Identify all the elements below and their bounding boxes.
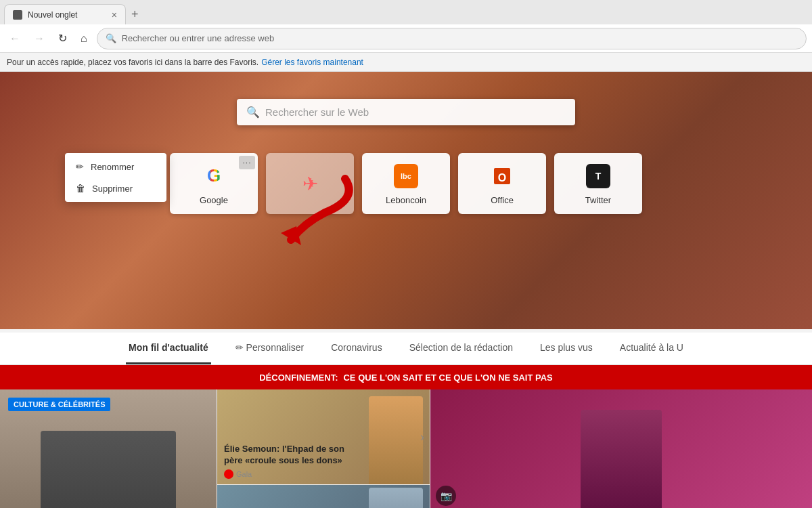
quick-links-row: G Google ··· ✏ Renommer 🗑 Supprimer [170,153,642,214]
delete-label: Supprimer [92,184,133,194]
pencil-icon: ✏ [76,161,84,172]
search-container: 🔍 Rechercher sur le Web [237,99,575,125]
svg-rect-1 [15,12,18,15]
leboncoin-logo: lbc [394,164,418,188]
quick-link-google[interactable]: G Google ··· [170,153,258,214]
content-area: CULTURE & CÉLÉBRITÉS Alexandre Astier re… [0,389,812,508]
delete-menu-item[interactable]: 🗑 Supprimer [65,177,166,199]
breaking-news-banner: DÉCONFINEMENT: CE QUE L'ON SAIT ET CE QU… [0,365,812,389]
tab-news[interactable]: Actualité à la U [617,333,686,364]
quick-link-more-button[interactable]: ··· [239,156,255,169]
favorites-bar: Pour un accès rapide, placez vos favoris… [0,53,812,72]
breaking-label: DÉCONFINEMENT: [259,373,338,383]
article-card-4[interactable]: 📷 LES PLUS VUS Netflix: une large sélect… [430,389,812,508]
manage-favorites-link[interactable]: Gérer les favoris maintenant [261,58,363,67]
article-cards-2-3: Élie Semoun: l'Ehpad de son père «croule… [217,389,430,508]
tab-selection[interactable]: Sélection de la rédaction [407,333,516,364]
forward-button[interactable]: → [30,30,49,47]
article-source-2: Gala [224,469,362,479]
source-icon [224,469,233,479]
nav-tabs: Mon fil d'actualité ✏ Personnaliser Coro… [0,333,812,365]
tab-coronavirus[interactable]: Coronavirus [328,333,384,364]
quick-link-twitter[interactable]: T Twitter [554,153,642,214]
search-icon: 🔍 [106,33,116,43]
tab-close-button[interactable]: × [112,9,117,20]
rename-label: Renommer [91,162,134,172]
quick-link-office[interactable]: O Office [458,153,546,214]
article-tag-1: CULTURE & CÉLÉBRITÉS [8,398,110,411]
url-bar[interactable]: 🔍 Rechercher ou entrer une adresse web [97,28,807,49]
tab-personalize[interactable]: ✏ Personnaliser [233,333,307,364]
rename-menu-item[interactable]: ✏ Renommer [65,156,166,177]
context-menu-box: ✏ Renommer 🗑 Supprimer [65,153,166,202]
back-button[interactable]: ← [5,30,24,47]
search-icon: 🔍 [246,106,260,119]
twitter-logo: T [586,164,610,188]
quick-link-airbnb[interactable]: ✈ [266,153,354,214]
context-menu: ✏ Renommer 🗑 Supprimer [65,153,166,202]
quick-link-leboncoin[interactable]: lbc Leboncoin [362,153,450,214]
camera-icon: 📷 [436,486,456,506]
active-tab[interactable]: Nouvel onglet × [4,4,126,24]
article-card-3[interactable]: Covid-19: Sharon Stone perd... [217,485,430,508]
svg-text:O: O [498,172,506,184]
url-text: Rechercher ou entrer une adresse web [122,33,274,43]
search-box[interactable]: 🔍 Rechercher sur le Web [237,99,575,125]
trash-icon: 🗑 [76,183,85,194]
new-tab-button[interactable]: + [126,5,144,24]
airbnb-icon: ✈ [296,170,323,197]
leboncoin-icon: lbc [392,163,420,190]
browser-chrome: Nouvel onglet × + ← → ↻ ⌂ 🔍 Rechercher o… [0,0,812,72]
tab-bar: Nouvel onglet × + [0,0,812,24]
article-title-2: Élie Semoun: l'Ehpad de son père «croule… [224,444,362,467]
home-button[interactable]: ⌂ [76,30,91,47]
article-image-4: 📷 [430,389,812,508]
search-input[interactable]: Rechercher sur le Web [265,106,566,118]
tab-top[interactable]: Les plus vus [537,333,595,364]
twitter-icon: T [585,163,612,190]
favorites-text: Pour un accès rapide, placez vos favoris… [7,58,258,67]
tab-feed[interactable]: Mon fil d'actualité [126,333,211,364]
address-bar: ← → ↻ ⌂ 🔍 Rechercher ou entrer une adres… [0,24,812,53]
more-dots-icon: ··· [242,158,251,167]
tab-icon [13,10,22,20]
articles-grid: CULTURE & CÉLÉBRITÉS Alexandre Astier re… [0,389,812,508]
quick-link-office-label: Office [491,195,514,205]
quick-link-leboncoin-label: Leboncoin [386,195,426,205]
chevron-icon: › [420,430,424,444]
refresh-button[interactable]: ↻ [54,29,71,47]
tab-title: Nouvel onglet [28,10,106,20]
quick-link-google-label: Google [200,195,228,205]
google-icon: G [200,163,227,190]
article-card-1[interactable]: CULTURE & CÉLÉBRITÉS Alexandre Astier re… [0,389,217,508]
office-icon: O [489,163,516,190]
quick-link-twitter-label: Twitter [585,195,611,205]
new-tab-page: 🔍 Rechercher sur le Web G Google ··· ✏ R… [0,72,812,508]
breaking-text: CE QUE L'ON SAIT ET CE QUE L'ON NE SAIT … [343,373,552,383]
article-card-2[interactable]: Élie Semoun: l'Ehpad de son père «croule… [217,389,430,485]
